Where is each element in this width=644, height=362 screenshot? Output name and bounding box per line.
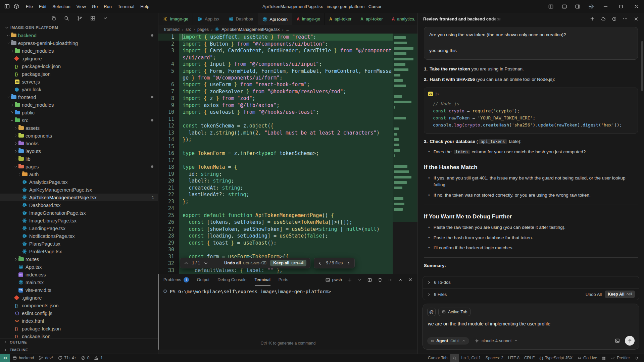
menu-terminal[interactable]: Terminal	[115, 3, 137, 10]
code-line-29[interactable]: 29 const { toast } = useToast();	[158, 240, 393, 247]
source-control-icon[interactable]	[77, 15, 83, 21]
status-cursor-position[interactable]: Ln 1, Col 1	[459, 354, 483, 362]
add-context-button[interactable]: @	[427, 308, 436, 316]
tree-item-package-lock.json[interactable]: {}package-lock.json	[0, 325, 158, 332]
code-line-27[interactable]: 27 const [showToken, setShowToken] = use…	[158, 226, 393, 233]
code-line-9[interactable]: 9import axios from "@/lib/axios";	[158, 102, 393, 109]
shell-selector[interactable]: pwsh	[325, 277, 342, 282]
toggle-right-sidebar-icon[interactable]	[571, 0, 584, 13]
chat-messages[interactable]: Are you using the raw token (the one sho…	[418, 25, 644, 273]
status-profile[interactable]: backend	[10, 354, 36, 362]
tree-item-components.json[interactable]: {}components.json	[0, 302, 158, 309]
code-line-7[interactable]: 7import { zodResolver } from "@hookform/…	[158, 88, 393, 95]
editor-tab-Dashboa[interactable]: Dashboa	[224, 13, 258, 25]
close-window-button[interactable]	[629, 0, 644, 13]
code-line-13[interactable]: 13 label: z.string().min(2, "Label must …	[158, 130, 393, 137]
status-branch[interactable]: dev*	[36, 354, 55, 362]
code-line-20[interactable]: 20 label?: string;	[158, 177, 393, 185]
minimap[interactable]	[393, 34, 417, 274]
breadcrumb-pages[interactable]: pages	[197, 27, 209, 32]
editor-tab-image-ge[interactable]: image-ge	[158, 13, 193, 25]
status-cursor-tab[interactable]: Cursor Tab	[426, 354, 450, 362]
editor-tab-api-toker[interactable]: Aapi-toker	[356, 13, 387, 25]
extensions-icon[interactable]	[90, 15, 96, 21]
code-line-3[interactable]: 3import { Card, CardContent, CardHeader,…	[158, 47, 393, 61]
tree-item-.gitignore[interactable]: .gitignore	[0, 294, 158, 302]
chat-input-box[interactable]: @ Active Tab we are on the third module …	[423, 304, 639, 350]
status-errors[interactable]: 0	[79, 354, 92, 362]
editor-tab-analytics.[interactable]: Aanalytics.	[387, 13, 417, 25]
tree-item-App.tsx[interactable]: App.tsx	[0, 263, 158, 271]
active-tab-chip[interactable]: Active Tab	[438, 308, 470, 316]
breadcrumb-more[interactable]: ...	[286, 27, 289, 32]
tree-item-components[interactable]: components	[0, 132, 158, 140]
close-panel-icon[interactable]	[408, 277, 413, 282]
tree-item-ImageLibraryPage.tsx[interactable]: ImageLibraryPage.tsx	[0, 217, 158, 224]
code-line-17[interactable]: 17	[158, 157, 393, 164]
chevron-left-icon[interactable]	[318, 261, 322, 265]
history-icon[interactable]	[612, 16, 617, 21]
chat-scrollbar[interactable]	[641, 41, 643, 91]
files-row[interactable]: 9 Files Undo All Keep All ^⏎	[423, 288, 639, 300]
status-warnings[interactable]: 1	[92, 354, 105, 362]
menu-edit[interactable]: Edit	[36, 3, 49, 10]
status-prettier[interactable]: Prettier	[608, 354, 632, 362]
kill-terminal-icon[interactable]	[378, 277, 383, 282]
terminal-tab-debug-console[interactable]: Debug Console	[217, 274, 246, 286]
breadcrumb-src[interactable]: src	[186, 27, 191, 32]
code-line-5[interactable]: 5import { Form, FormField, FormItem, For…	[158, 68, 393, 81]
code-line-26[interactable]: 26 const [tokens, setTokens] = useState<…	[158, 219, 393, 226]
tree-item-pages[interactable]: pages	[0, 163, 158, 170]
chat-input-text[interactable]: we are on the third module of implementi…	[428, 321, 634, 326]
code-line-25[interactable]: 25export default function ApiTokenManage…	[158, 212, 393, 219]
tree-item-vite-env.d.ts[interactable]: TSvite-env.d.ts	[0, 286, 158, 294]
attach-image-icon[interactable]	[614, 338, 620, 344]
more-terminal-icon[interactable]	[388, 277, 393, 282]
chevron-down-icon[interactable]	[204, 261, 208, 265]
menu-help[interactable]: Help	[137, 3, 152, 10]
menu-view[interactable]: View	[73, 3, 89, 10]
code-line-16[interactable]: 16type TokenForm = z.infer<typeof tokenS…	[158, 150, 393, 157]
tree-item-ApiKeyManagementPage.tsx[interactable]: ApiKeyManagementPage.tsx	[0, 186, 158, 194]
keep-all-button[interactable]: Keep all Ctrl+⏎	[270, 260, 306, 266]
tree-item-AnalyticsPage.tsx[interactable]: AnalyticsPage.tsx	[0, 178, 158, 186]
chevron-down-icon[interactable]	[103, 16, 108, 20]
status-eol[interactable]: CRLF	[522, 354, 537, 362]
tree-item-src[interactable]: src	[0, 116, 158, 124]
cloud-icon[interactable]	[601, 16, 606, 21]
tree-item-node_modules[interactable]: node_modules	[0, 47, 158, 55]
menu-go[interactable]: Go	[89, 3, 101, 10]
code-line-10[interactable]: 10import { useToast } from "@/hooks/use-…	[158, 109, 393, 116]
tree-item-layouts[interactable]: layouts	[0, 147, 158, 155]
menu-selection[interactable]: Selection	[49, 3, 73, 10]
code-line-23[interactable]: 23};	[158, 198, 393, 205]
tree-item-Dashboard.tsx[interactable]: Dashboard.tsx	[0, 201, 158, 209]
tree-item-PlansPage.tsx[interactable]: PlansPage.tsx	[0, 240, 158, 248]
tree-item-lib[interactable]: lib	[0, 155, 158, 163]
status-indentation[interactable]: Spaces: 2	[483, 354, 506, 362]
code-line-8[interactable]: 8import { z } from "zod";	[158, 95, 393, 102]
split-terminal-icon[interactable]	[367, 277, 372, 282]
code-line-15[interactable]: 15	[158, 143, 393, 150]
todos-row[interactable]: 6 To-dos	[423, 276, 639, 288]
code-editor[interactable]: 1import { useEffect, useState } from "re…	[158, 34, 417, 274]
status-search-indicator[interactable]	[450, 354, 459, 362]
tree-item-public[interactable]: public	[0, 109, 158, 116]
sidebar-panel-timeline[interactable]: TIMELINE	[0, 346, 158, 354]
tree-item-LandingPage.tsx[interactable]: LandingPage.tsx	[0, 224, 158, 232]
status-go-live[interactable]: Go Live	[575, 354, 599, 362]
tree-item-server.js[interactable]: JSserver.js	[0, 78, 158, 86]
agent-mode-selector[interactable]: ∞ Agent Ctrl+I	[427, 337, 469, 345]
status-extension[interactable]	[599, 354, 608, 362]
code-line-30[interactable]: 30	[158, 246, 393, 253]
close-chat-icon[interactable]	[634, 16, 639, 21]
chevron-up-icon[interactable]	[184, 261, 188, 265]
editor-tab-image-ge[interactable]: Aimage-ge	[292, 13, 325, 25]
tree-item-package.json[interactable]: {}package.json	[0, 332, 158, 338]
status-encoding[interactable]: UTF-8	[506, 354, 522, 362]
search-icon[interactable]	[64, 15, 69, 21]
code-line-6[interactable]: 6import { useForm } from "react-hook-for…	[158, 81, 393, 88]
tree-item-routes[interactable]: routes	[0, 255, 158, 263]
editor-tab-api-toker[interactable]: Aapi-toker	[325, 13, 356, 25]
code-line-28[interactable]: 28 const [loading, setLoading] = useStat…	[158, 232, 393, 240]
